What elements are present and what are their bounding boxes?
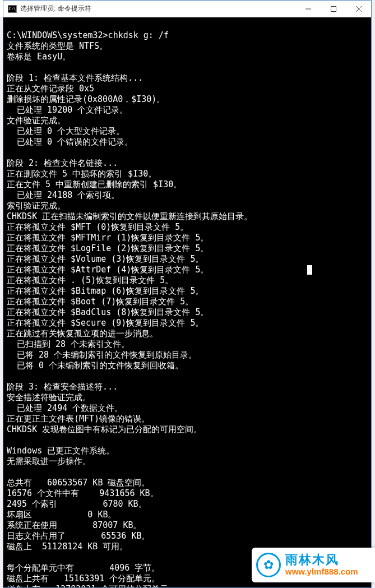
cmd-icon: C:\	[8, 5, 17, 13]
titlebar[interactable]: C:\ 选择管理员: 命令提示符	[3, 1, 371, 17]
maximize-button[interactable]	[321, 1, 346, 17]
svg-rect-1	[331, 6, 336, 11]
watermark-text: 雨林木风 www.ylmf888.com	[285, 553, 358, 577]
watermark-logo-icon: ✿	[256, 553, 281, 577]
console-prompt: C:\WINDOWS\system32>chkdsk g: /f	[7, 30, 169, 40]
watermark-badge: ✿ 雨林木风 www.ylmf888.com	[252, 548, 375, 582]
watermark-url: www.ylmf888.com	[285, 567, 358, 577]
minimize-button[interactable]	[295, 1, 321, 17]
window-title: 选择管理员: 命令提示符	[20, 4, 295, 13]
console-area[interactable]: C:\WINDOWS\system32>chkdsk g: /f 文件系统的类型…	[3, 17, 371, 587]
maximize-icon	[331, 6, 336, 12]
minimize-icon	[305, 6, 311, 12]
close-icon	[356, 6, 362, 12]
close-button[interactable]	[346, 1, 371, 17]
console-output: 文件系统的类型是 NTFS。 卷标是 EasyU。 阶段 1: 检查基本文件系统…	[7, 41, 252, 587]
watermark-cn: 雨林木风	[285, 553, 358, 567]
cmd-window: C:\ 选择管理员: 命令提示符 C:\WINDOWS\system32>chk…	[3, 0, 372, 588]
text-cursor	[307, 265, 312, 275]
titlebar-buttons	[295, 1, 371, 17]
